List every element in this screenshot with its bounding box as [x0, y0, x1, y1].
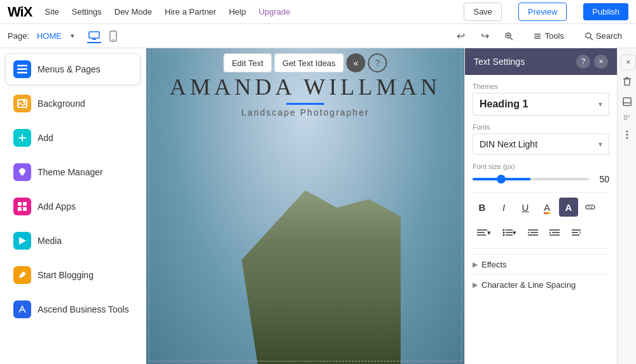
search-button[interactable]: Search [578, 29, 628, 43]
sidebar-item-blog[interactable]: Start Blogging [5, 259, 141, 291]
char-spacing-arrow-icon: ▶ [473, 281, 478, 289]
sidebar-label-background: Background [38, 98, 85, 109]
indent-increase-button[interactable] [545, 223, 564, 242]
text-color-button[interactable]: A [537, 198, 556, 217]
font-size-value: 50 [594, 174, 609, 184]
canvas-area[interactable]: AMANDA WILLMAN Landscape Photographer Ed… [146, 48, 464, 364]
arrow-button[interactable]: « [347, 53, 366, 72]
effects-collapsible[interactable]: ▶ Effects [473, 254, 609, 274]
svg-rect-16 [17, 72, 27, 74]
fonts-value: DIN Next Light [480, 139, 537, 149]
mobile-view-button[interactable] [106, 29, 120, 43]
panel-close-button[interactable]: × [594, 55, 608, 69]
nav-settings[interactable]: Settings [72, 7, 102, 17]
nav-help[interactable]: Help [229, 7, 246, 17]
get-ideas-button[interactable]: Get Text Ideas [274, 53, 344, 72]
media-icon [13, 232, 31, 250]
floating-toolbar: Edit Text Get Text Ideas « ? [223, 53, 387, 72]
more-strip-button-1[interactable] [619, 127, 635, 142]
sidebar-item-add[interactable]: Add [5, 122, 141, 154]
apps-icon [13, 198, 31, 215]
nav-upgrade[interactable]: Upgrade [259, 7, 291, 17]
bold-button[interactable]: B [473, 198, 492, 217]
page-dropdown-arrow[interactable]: ▾ [71, 32, 74, 40]
undo-redo-group: ↩ ↪ [450, 26, 519, 46]
font-size-label: Font size (px) [473, 163, 609, 170]
fonts-dropdown[interactable]: DIN Next Light ▾ [473, 133, 609, 155]
link-button[interactable] [581, 198, 600, 217]
effects-label: Effects [481, 260, 507, 269]
indent-decrease-button[interactable] [523, 223, 543, 242]
help-button[interactable]: ? [368, 53, 387, 72]
sidebar-item-background[interactable]: Background [5, 88, 141, 119]
sidebar-item-menus[interactable]: Menus & Pages [5, 53, 141, 85]
svg-rect-9 [534, 34, 541, 35]
svg-rect-15 [17, 69, 27, 71]
svg-point-18 [23, 100, 25, 103]
themes-dropdown-arrow: ▾ [598, 100, 602, 109]
top-nav-bar: WiX Site Settings Dev Mode Hire a Partne… [0, 0, 636, 24]
svg-point-53 [626, 137, 628, 139]
svg-rect-21 [18, 202, 22, 206]
more-format-button[interactable] [567, 223, 586, 242]
panel-body: Themes Heading 1 ▾ Fonts DIN Next Light … [465, 75, 617, 364]
sidebar-item-theme[interactable]: Theme Manager [5, 156, 141, 188]
zoom-button[interactable] [499, 26, 519, 46]
redo-button[interactable]: ↪ [474, 26, 495, 46]
nav-dev-mode[interactable]: Dev Mode [114, 7, 152, 17]
italic-button[interactable]: I [494, 198, 513, 217]
themes-label: Themes [473, 83, 609, 90]
delete-strip-button[interactable] [619, 74, 635, 89]
svg-rect-20 [18, 137, 26, 138]
site-subtitle: Landscape Photographer [146, 107, 464, 118]
background-icon [13, 95, 31, 112]
undo-button[interactable]: ↩ [450, 26, 471, 46]
sidebar-item-ascend[interactable]: Ascend Business Tools [5, 293, 141, 325]
divider-1 [473, 192, 609, 192]
page-name[interactable]: HOME [37, 31, 62, 41]
nav-hire[interactable]: Hire a Partner [165, 7, 216, 17]
font-size-section: Font size (px) 50 [473, 163, 609, 184]
theme-icon [13, 163, 31, 181]
svg-marker-25 [19, 237, 26, 245]
divider-2 [473, 248, 609, 249]
tools-button[interactable]: Tools [527, 29, 570, 43]
edit-text-button[interactable]: Edit Text [223, 53, 272, 72]
nav-site[interactable]: Site [45, 7, 59, 17]
panel-help-button[interactable]: ? [576, 55, 590, 69]
svg-point-31 [503, 232, 505, 234]
site-title[interactable]: AMANDA WILLMAN [146, 74, 464, 100]
device-icons [87, 29, 120, 43]
effects-arrow-icon: ▶ [473, 260, 478, 269]
themes-dropdown[interactable]: Heading 1 ▾ [473, 93, 609, 116]
themes-value: Heading 1 [480, 98, 528, 110]
desktop-view-button[interactable] [87, 29, 101, 43]
svg-line-6 [511, 37, 513, 40]
far-right-strip: 0° [617, 48, 636, 364]
resize-handle[interactable] [286, 103, 324, 105]
text-align-button[interactable]: ▾ [473, 223, 495, 242]
page-bar: Page: HOME ▾ ↩ ↪ [0, 24, 636, 48]
panel-outer-close-button[interactable]: × [621, 55, 636, 70]
font-size-slider[interactable] [473, 178, 589, 180]
sidebar-item-apps[interactable]: Add Apps [5, 191, 141, 222]
char-spacing-collapsible[interactable]: ▶ Character & Line Spacing [473, 274, 609, 295]
align-buttons-row: ▾ ▾ [473, 223, 609, 242]
svg-rect-22 [23, 202, 27, 206]
fonts-label: Fonts [473, 123, 609, 131]
underline-button[interactable]: U [516, 198, 535, 217]
list-button[interactable]: ▾ [498, 223, 521, 242]
layers-strip-button[interactable] [619, 94, 635, 109]
panel-title: Text Settings [474, 57, 525, 67]
text-settings-panel: Text Settings ? × × Themes Heading 1 ▾ F… [464, 48, 617, 364]
preview-button[interactable]: Preview [518, 3, 567, 21]
svg-rect-47 [625, 79, 630, 85]
text-highlight-button[interactable]: A [559, 198, 578, 217]
publish-button[interactable]: Publish [583, 3, 628, 20]
sidebar-label-add: Add [38, 133, 53, 143]
save-button[interactable]: Save [464, 3, 502, 21]
sidebar-label-apps: Add Apps [38, 201, 76, 212]
sidebar-item-media[interactable]: Media [5, 225, 141, 257]
format-buttons-row: B I U A A [473, 198, 609, 217]
svg-rect-0 [89, 32, 99, 38]
